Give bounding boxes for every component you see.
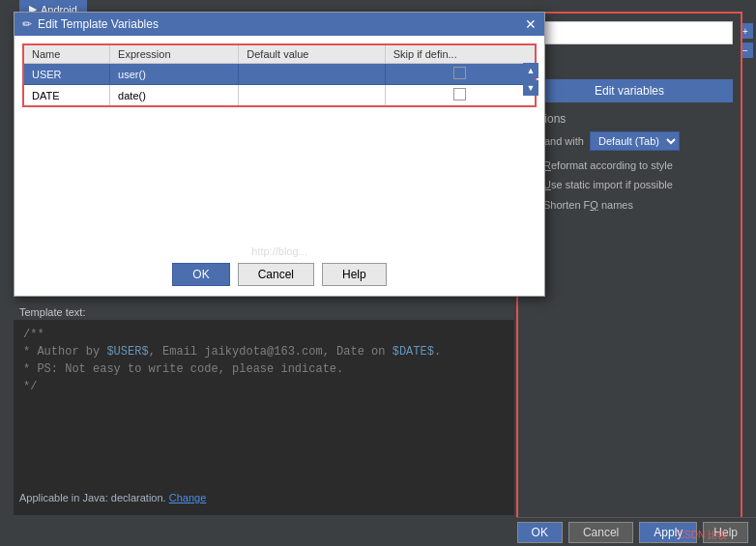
option-reformat-row: Reformat according to style [526, 158, 733, 173]
modal-close-button[interactable]: ✕ [525, 16, 537, 32]
expand-with-select[interactable]: Default (Tab) [590, 131, 680, 151]
edit-template-variables-dialog: ✏ Edit Template Variables ✕ Name Express… [14, 12, 545, 297]
cell-name-user: USER [23, 64, 110, 85]
template-label: Template text: [14, 302, 514, 320]
search-area [526, 21, 733, 79]
cell-skip-user[interactable] [385, 64, 536, 85]
reformat-label: Reformat according to style [543, 158, 673, 173]
modal-title-icon: ✏ [22, 17, 32, 31]
table-header-row: Name Expression Default value Skip if de… [23, 44, 536, 64]
csdn-watermark: CSDN 比较 [678, 529, 727, 542]
cancel-button[interactable]: Cancel [238, 263, 314, 286]
edit-variables-button[interactable]: Edit variables [526, 79, 733, 102]
main-cancel-button[interactable]: Cancel [568, 522, 633, 543]
static-import-label: Use static import if possible [543, 178, 673, 192]
move-up-button[interactable]: ▲ [523, 63, 538, 78]
skip-checkbox-user[interactable] [453, 67, 466, 79]
options-label: Options [526, 112, 733, 126]
modal-title-label: Edit Template Variables [38, 17, 159, 31]
code-line-4: */ [23, 378, 505, 395]
variables-table: Name Expression Default value Skip if de… [22, 43, 537, 107]
right-panel-inner: Edit variables Options Expand with Defau… [518, 14, 741, 225]
modal-title-text: ✏ Edit Template Variables [22, 17, 159, 31]
applicable-text: Applicable in Java: declaration. [19, 492, 166, 503]
modal-watermark: http://blog... [251, 245, 306, 257]
cell-name-date: DATE [23, 85, 110, 107]
cell-default-date [239, 85, 385, 107]
cell-default-user [239, 64, 385, 85]
cell-expr-date: date() [110, 85, 239, 107]
col-skip: Skip if defin... [385, 44, 536, 64]
option-static-import-row: Use static import if possible [526, 178, 733, 192]
right-settings-panel: Edit variables Options Expand with Defau… [516, 12, 742, 524]
col-name: Name [23, 44, 110, 64]
code-line-2: * Author by $USER$, Email jaikydota@163.… [23, 343, 505, 360]
template-text-section: Template text: /** * Author by $USER$, E… [14, 302, 514, 515]
code-line-1: /** [23, 326, 505, 343]
modal-button-bar: OK Cancel Help [15, 263, 544, 286]
help-button[interactable]: Help [322, 263, 387, 286]
change-link[interactable]: Change [169, 492, 207, 503]
modal-title-bar: ✏ Edit Template Variables ✕ [15, 13, 544, 36]
cell-expr-user: user() [110, 64, 239, 85]
table-row[interactable]: DATE date() [23, 85, 536, 107]
shorten-fq-label: Shorten FQ names [543, 198, 633, 213]
ok-button[interactable]: OK [172, 263, 229, 286]
modal-body: Name Expression Default value Skip if de… [15, 36, 544, 115]
search-input[interactable] [526, 21, 733, 44]
table-row[interactable]: USER user() [23, 64, 536, 85]
code-line-3: * PS: Not easy to write code, please ind… [23, 360, 505, 378]
expand-with-row: Expand with Default (Tab) [526, 131, 733, 151]
option-shorten-fq-row: Shorten FQ names [526, 198, 733, 213]
applicable-line: Applicable in Java: declaration. Change [19, 492, 206, 503]
col-default: Default value [239, 44, 385, 64]
skip-checkbox-date[interactable] [453, 88, 466, 101]
cell-skip-date[interactable] [385, 85, 536, 107]
main-ok-button[interactable]: OK [517, 522, 563, 543]
move-down-button[interactable]: ▼ [523, 80, 538, 96]
template-code: /** * Author by $USER$, Email jaikydota@… [14, 320, 514, 401]
table-arrows: ▲ ▼ [523, 63, 538, 96]
col-expression: Expression [110, 44, 239, 64]
